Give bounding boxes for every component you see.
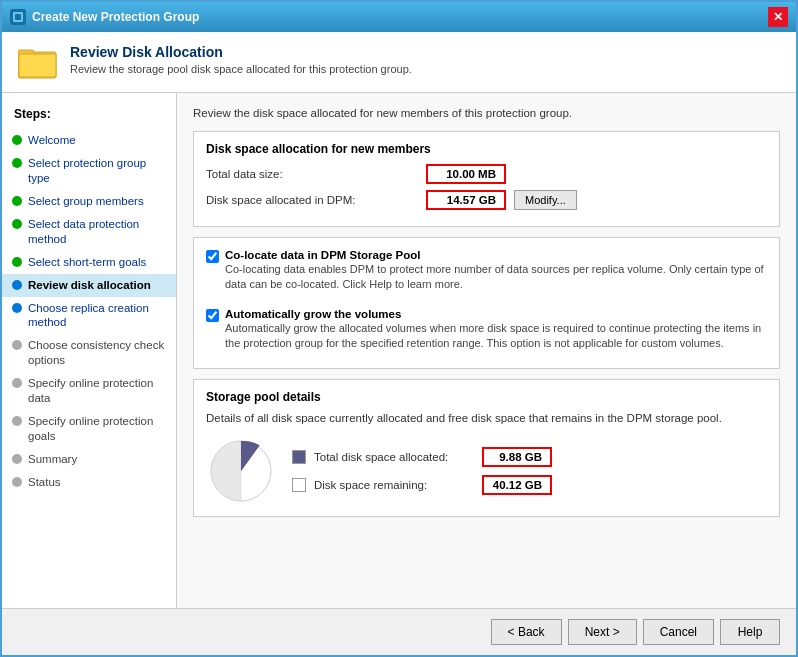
storage-legend: Total disk space allocated: 9.88 GB Disk… <box>292 447 552 495</box>
app-icon <box>10 9 26 25</box>
sidebar-label-status: Status <box>28 475 61 490</box>
next-button[interactable]: Next > <box>568 619 637 645</box>
disk-remaining-label: Disk space remaining: <box>314 479 474 491</box>
page-title: Review Disk Allocation <box>70 44 412 60</box>
allocated-legend-row: Total disk space allocated: 9.88 GB <box>292 447 552 467</box>
back-button[interactable]: < Back <box>491 619 562 645</box>
status-dot-short-term <box>12 257 22 267</box>
storage-pool-description: Details of all disk space currently allo… <box>206 412 767 424</box>
autogrow-text: Automatically grow the volumes Automatic… <box>225 307 767 352</box>
sidebar-item-status[interactable]: Status <box>2 471 176 494</box>
sidebar-item-consistency-check[interactable]: Choose consistency check options <box>2 334 176 372</box>
disk-remaining-value: 40.12 GB <box>482 475 552 495</box>
sidebar-item-summary[interactable]: Summary <box>2 448 176 471</box>
checkboxes-section: Co-locate data in DPM Storage Pool Co-lo… <box>193 237 780 369</box>
remaining-legend-row: Disk space remaining: 40.12 GB <box>292 475 552 495</box>
close-button[interactable]: ✕ <box>768 7 788 27</box>
title-bar-left: Create New Protection Group <box>10 9 199 25</box>
content-top-description: Review the disk space allocated for new … <box>193 107 780 119</box>
status-dot-members <box>12 196 22 206</box>
total-data-size-row: Total data size: 10.00 MB <box>206 164 767 184</box>
title-bar: Create New Protection Group ✕ <box>2 2 796 32</box>
autogrow-desc: Automatically grow the allocated volumes… <box>225 321 767 352</box>
sidebar-item-short-term-goals[interactable]: Select short-term goals <box>2 251 176 274</box>
storage-pool-section: Storage pool details Details of all disk… <box>193 379 780 517</box>
header-area: Review Disk Allocation Review the storag… <box>2 32 796 93</box>
status-dot-replica <box>12 303 22 313</box>
sidebar-label-online-data: Specify online protection data <box>28 376 168 406</box>
colocate-label[interactable]: Co-locate data in DPM Storage Pool <box>225 249 421 261</box>
status-dot-consistency <box>12 340 22 350</box>
autogrow-checkbox[interactable] <box>206 309 219 322</box>
footer: < Back Next > Cancel Help <box>2 608 796 655</box>
disk-space-allocated-label: Disk space allocated in DPM: <box>206 194 426 206</box>
sidebar-item-protection-group-type[interactable]: Select protection group type <box>2 152 176 190</box>
total-data-size-label: Total data size: <box>206 168 426 180</box>
status-dot-review-disk <box>12 280 22 290</box>
autogrow-label[interactable]: Automatically grow the volumes <box>225 308 401 320</box>
status-dot-status <box>12 477 22 487</box>
status-dot-welcome <box>12 135 22 145</box>
sidebar-item-group-members[interactable]: Select group members <box>2 190 176 213</box>
main-window: Create New Protection Group ✕ Review Dis… <box>0 0 798 657</box>
colocate-text: Co-locate data in DPM Storage Pool Co-lo… <box>225 248 767 293</box>
svg-rect-1 <box>15 14 21 20</box>
modify-button[interactable]: Modify... <box>514 190 577 210</box>
disk-allocation-section: Disk space allocation for new members To… <box>193 131 780 227</box>
sidebar-label-summary: Summary <box>28 452 77 467</box>
sidebar-item-online-protection-data[interactable]: Specify online protection data <box>2 372 176 410</box>
sidebar-item-online-protection-goals[interactable]: Specify online protection goals <box>2 410 176 448</box>
sidebar-label-members: Select group members <box>28 194 144 209</box>
sidebar-label-welcome: Welcome <box>28 133 76 148</box>
svg-rect-4 <box>19 54 56 77</box>
autogrow-row: Automatically grow the volumes Automatic… <box>206 307 767 352</box>
disk-space-allocated-value: 14.57 GB <box>426 190 506 210</box>
status-dot-dp-method <box>12 219 22 229</box>
sidebar-item-welcome[interactable]: Welcome <box>2 129 176 152</box>
total-data-size-value: 10.00 MB <box>426 164 506 184</box>
status-dot-online-goals <box>12 416 22 426</box>
sidebar-label-online-goals: Specify online protection goals <box>28 414 168 444</box>
sidebar-label-replica: Choose replica creation method <box>28 301 168 331</box>
sidebar: Steps: Welcome Select protection group t… <box>2 93 177 608</box>
remaining-legend-box <box>292 478 306 492</box>
disk-space-allocated-row: Disk space allocated in DPM: 14.57 GB Mo… <box>206 190 767 210</box>
colocate-desc: Co-locating data enables DPM to protect … <box>225 262 767 293</box>
colocate-row: Co-locate data in DPM Storage Pool Co-lo… <box>206 248 767 293</box>
content-area: Review the disk space allocated for new … <box>177 93 796 608</box>
sidebar-label-pg-type: Select protection group type <box>28 156 168 186</box>
total-allocated-label: Total disk space allocated: <box>314 451 474 463</box>
help-button[interactable]: Help <box>720 619 780 645</box>
sidebar-item-data-protection-method[interactable]: Select data protection method <box>2 213 176 251</box>
sidebar-label-short-term: Select short-term goals <box>28 255 146 270</box>
sidebar-label-review-disk: Review disk allocation <box>28 278 151 293</box>
status-dot-pg-type <box>12 158 22 168</box>
page-subtitle: Review the storage pool disk space alloc… <box>70 63 412 75</box>
window-title: Create New Protection Group <box>32 10 199 24</box>
status-dot-summary <box>12 454 22 464</box>
allocated-legend-box <box>292 450 306 464</box>
allocation-section-title: Disk space allocation for new members <box>206 142 767 156</box>
sidebar-label-dp-method: Select data protection method <box>28 217 168 247</box>
header-folder-icon <box>18 44 58 80</box>
sidebar-title: Steps: <box>2 103 176 129</box>
status-dot-online-data <box>12 378 22 388</box>
storage-pool-inner: Total disk space allocated: 9.88 GB Disk… <box>206 436 767 506</box>
sidebar-item-replica-creation[interactable]: Choose replica creation method <box>2 297 176 335</box>
sidebar-item-review-disk[interactable]: Review disk allocation <box>2 274 176 297</box>
main-content: Steps: Welcome Select protection group t… <box>2 93 796 608</box>
header-text: Review Disk Allocation Review the storag… <box>70 44 412 75</box>
total-allocated-value: 9.88 GB <box>482 447 552 467</box>
colocate-checkbox[interactable] <box>206 250 219 263</box>
sidebar-label-consistency: Choose consistency check options <box>28 338 168 368</box>
storage-pool-title: Storage pool details <box>206 390 767 404</box>
cancel-button[interactable]: Cancel <box>643 619 714 645</box>
pie-chart <box>206 436 276 506</box>
